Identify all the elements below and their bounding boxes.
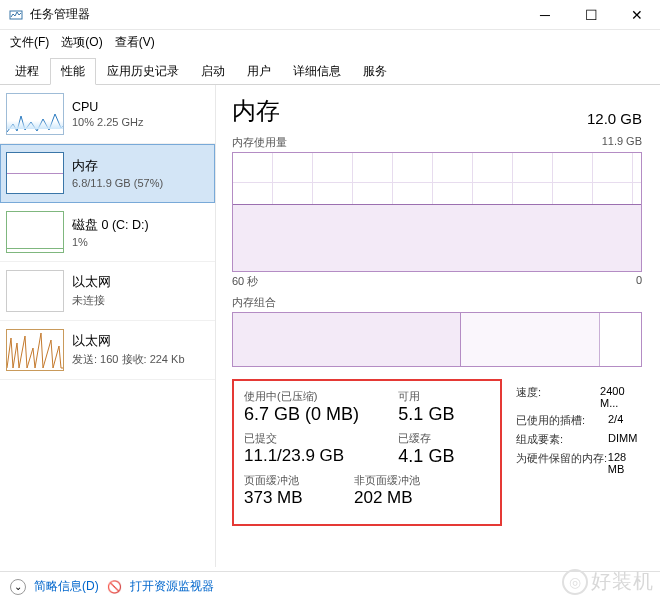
main-title: 内存: [232, 95, 280, 127]
meta-slots-label: 已使用的插槽:: [516, 413, 608, 428]
stat-paged-label: 页面缓冲池: [244, 473, 354, 488]
meta-reserved-value: 128 MB: [608, 451, 642, 475]
menu-options[interactable]: 选项(O): [61, 34, 102, 51]
composition-label: 内存组合: [232, 295, 642, 310]
memory-usage-chart: [232, 152, 642, 272]
menu-bar: 文件(F) 选项(O) 查看(V): [0, 30, 660, 55]
sidebar: CPU 10% 2.25 GHz 内存 6.8/11.9 GB (57%) 磁盘…: [0, 85, 216, 567]
app-icon: [8, 7, 24, 23]
sidebar-item-ethernet-1[interactable]: 以太网 未连接: [0, 262, 215, 321]
eth1-sub: 未连接: [72, 293, 207, 308]
eth2-sub: 发送: 160 接收: 224 Kb: [72, 352, 207, 367]
window-controls: ─ ☐ ✕: [522, 0, 660, 30]
stat-nonpaged-label: 非页面缓冲池: [354, 473, 420, 488]
disk-thumb: [6, 211, 64, 253]
memory-sub: 6.8/11.9 GB (57%): [72, 177, 207, 189]
stat-in-use-value: 6.7 GB (0 MB): [244, 404, 398, 425]
stat-cached-value: 4.1 GB: [398, 446, 490, 467]
footer: ⌄ 简略信息(D) 🚫 打开资源监视器: [0, 571, 660, 601]
tab-details[interactable]: 详细信息: [282, 58, 352, 85]
tab-users[interactable]: 用户: [236, 58, 282, 85]
collapse-icon[interactable]: ⌄: [10, 579, 26, 595]
sidebar-item-cpu[interactable]: CPU 10% 2.25 GHz: [0, 85, 215, 144]
brief-info-link[interactable]: 简略信息(D): [34, 578, 99, 595]
tab-services[interactable]: 服务: [352, 58, 398, 85]
disk-sub: 1%: [72, 236, 207, 248]
memory-title: 内存: [72, 158, 207, 175]
stat-committed-label: 已提交: [244, 431, 398, 446]
maximize-button[interactable]: ☐: [568, 0, 614, 30]
tab-startup[interactable]: 启动: [190, 58, 236, 85]
sidebar-item-memory[interactable]: 内存 6.8/11.9 GB (57%): [0, 144, 215, 203]
open-resmon-link[interactable]: 打开资源监视器: [130, 578, 214, 595]
tab-app-history[interactable]: 应用历史记录: [96, 58, 190, 85]
window-title: 任务管理器: [30, 6, 90, 23]
meta-slots-value: 2/4: [608, 413, 623, 428]
stat-in-use-label: 使用中(已压缩): [244, 389, 398, 404]
memory-thumb: [6, 152, 64, 194]
usage-chart-label: 内存使用量: [232, 135, 287, 150]
eth2-title: 以太网: [72, 333, 207, 350]
tab-bar: 进程 性能 应用历史记录 启动 用户 详细信息 服务: [0, 57, 660, 85]
stat-available-label: 可用: [398, 389, 490, 404]
minimize-button[interactable]: ─: [522, 0, 568, 30]
stat-cached-label: 已缓存: [398, 431, 490, 446]
menu-view[interactable]: 查看(V): [115, 34, 155, 51]
memory-total: 12.0 GB: [587, 110, 642, 127]
memory-composition-chart: [232, 312, 642, 367]
meta-reserved-label: 为硬件保留的内存:: [516, 451, 608, 475]
resmon-icon: 🚫: [107, 580, 122, 594]
sidebar-item-disk[interactable]: 磁盘 0 (C: D:) 1%: [0, 203, 215, 262]
x-axis-start: 60 秒: [232, 274, 258, 289]
stat-committed-value: 11.1/23.9 GB: [244, 446, 398, 466]
body: CPU 10% 2.25 GHz 内存 6.8/11.9 GB (57%) 磁盘…: [0, 85, 660, 567]
stat-paged-value: 373 MB: [244, 488, 354, 508]
meta-speed-value: 2400 M...: [600, 385, 642, 409]
cpu-sub: 10% 2.25 GHz: [72, 116, 207, 128]
main-panel: 内存 12.0 GB 内存使用量 11.9 GB 60 秒 0 内存组合 使用中…: [216, 85, 660, 567]
stats-highlight-box: 使用中(已压缩) 6.7 GB (0 MB) 可用 5.1 GB 已提交 11.…: [232, 379, 502, 526]
memory-meta: 速度:2400 M... 已使用的插槽:2/4 组成要素:DIMM 为硬件保留的…: [516, 379, 642, 526]
menu-file[interactable]: 文件(F): [10, 34, 49, 51]
eth2-thumb: [6, 329, 64, 371]
tab-performance[interactable]: 性能: [50, 58, 96, 85]
disk-title: 磁盘 0 (C: D:): [72, 217, 207, 234]
x-axis-end: 0: [636, 274, 642, 289]
meta-form-label: 组成要素:: [516, 432, 608, 447]
title-bar: 任务管理器 ─ ☐ ✕: [0, 0, 660, 30]
sidebar-item-ethernet-2[interactable]: 以太网 发送: 160 接收: 224 Kb: [0, 321, 215, 380]
eth1-title: 以太网: [72, 274, 207, 291]
stat-available-value: 5.1 GB: [398, 404, 490, 425]
stat-nonpaged-value: 202 MB: [354, 488, 420, 508]
close-button[interactable]: ✕: [614, 0, 660, 30]
cpu-title: CPU: [72, 100, 207, 114]
meta-form-value: DIMM: [608, 432, 637, 447]
meta-speed-label: 速度:: [516, 385, 600, 409]
cpu-thumb: [6, 93, 64, 135]
tab-processes[interactable]: 进程: [4, 58, 50, 85]
usage-chart-max: 11.9 GB: [602, 135, 642, 150]
eth1-thumb: [6, 270, 64, 312]
